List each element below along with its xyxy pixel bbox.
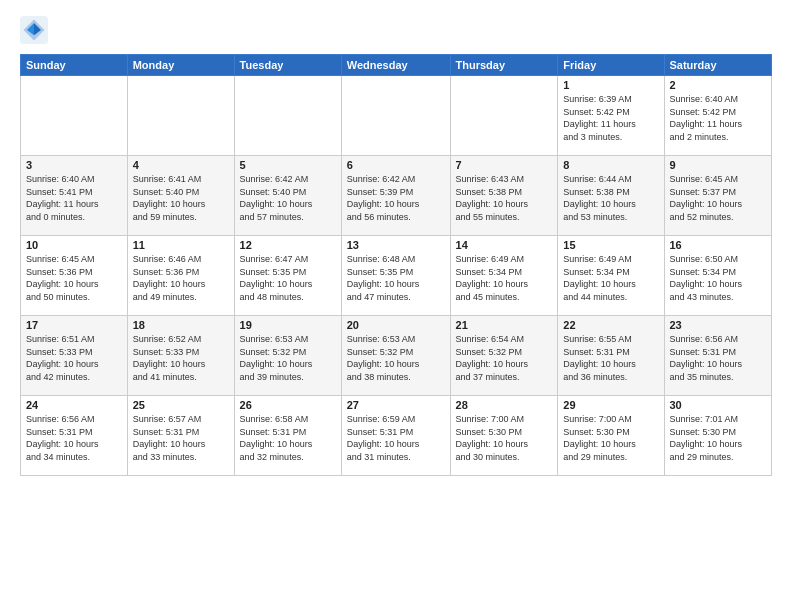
day-number: 29 [563, 399, 658, 411]
day-number: 6 [347, 159, 445, 171]
day-info: Sunrise: 6:45 AM Sunset: 5:37 PM Dayligh… [670, 173, 767, 223]
calendar-cell: 7Sunrise: 6:43 AM Sunset: 5:38 PM Daylig… [450, 156, 558, 236]
calendar-cell [341, 76, 450, 156]
day-number: 27 [347, 399, 445, 411]
calendar-cell: 28Sunrise: 7:00 AM Sunset: 5:30 PM Dayli… [450, 396, 558, 476]
day-info: Sunrise: 6:54 AM Sunset: 5:32 PM Dayligh… [456, 333, 553, 383]
calendar-cell: 12Sunrise: 6:47 AM Sunset: 5:35 PM Dayli… [234, 236, 341, 316]
calendar-cell: 2Sunrise: 6:40 AM Sunset: 5:42 PM Daylig… [664, 76, 772, 156]
day-info: Sunrise: 6:56 AM Sunset: 5:31 PM Dayligh… [670, 333, 767, 383]
calendar-cell: 17Sunrise: 6:51 AM Sunset: 5:33 PM Dayli… [21, 316, 128, 396]
day-number: 2 [670, 79, 767, 91]
calendar-cell: 4Sunrise: 6:41 AM Sunset: 5:40 PM Daylig… [127, 156, 234, 236]
calendar-cell: 27Sunrise: 6:59 AM Sunset: 5:31 PM Dayli… [341, 396, 450, 476]
calendar-cell: 6Sunrise: 6:42 AM Sunset: 5:39 PM Daylig… [341, 156, 450, 236]
logo-icon [20, 16, 48, 44]
calendar-header-thursday: Thursday [450, 55, 558, 76]
day-info: Sunrise: 6:40 AM Sunset: 5:42 PM Dayligh… [670, 93, 767, 143]
day-number: 7 [456, 159, 553, 171]
day-number: 12 [240, 239, 336, 251]
calendar-week-3: 10Sunrise: 6:45 AM Sunset: 5:36 PM Dayli… [21, 236, 772, 316]
day-number: 13 [347, 239, 445, 251]
day-info: Sunrise: 6:55 AM Sunset: 5:31 PM Dayligh… [563, 333, 658, 383]
calendar-cell: 13Sunrise: 6:48 AM Sunset: 5:35 PM Dayli… [341, 236, 450, 316]
calendar-cell: 10Sunrise: 6:45 AM Sunset: 5:36 PM Dayli… [21, 236, 128, 316]
calendar-page: SundayMondayTuesdayWednesdayThursdayFrid… [0, 0, 792, 612]
calendar-header-friday: Friday [558, 55, 664, 76]
day-info: Sunrise: 6:59 AM Sunset: 5:31 PM Dayligh… [347, 413, 445, 463]
calendar-header-tuesday: Tuesday [234, 55, 341, 76]
logo [20, 16, 52, 44]
day-info: Sunrise: 6:51 AM Sunset: 5:33 PM Dayligh… [26, 333, 122, 383]
calendar-cell: 25Sunrise: 6:57 AM Sunset: 5:31 PM Dayli… [127, 396, 234, 476]
day-number: 16 [670, 239, 767, 251]
calendar-cell: 24Sunrise: 6:56 AM Sunset: 5:31 PM Dayli… [21, 396, 128, 476]
day-info: Sunrise: 6:49 AM Sunset: 5:34 PM Dayligh… [456, 253, 553, 303]
day-info: Sunrise: 6:42 AM Sunset: 5:39 PM Dayligh… [347, 173, 445, 223]
day-info: Sunrise: 6:56 AM Sunset: 5:31 PM Dayligh… [26, 413, 122, 463]
calendar-cell: 3Sunrise: 6:40 AM Sunset: 5:41 PM Daylig… [21, 156, 128, 236]
calendar-header-wednesday: Wednesday [341, 55, 450, 76]
calendar-cell: 29Sunrise: 7:00 AM Sunset: 5:30 PM Dayli… [558, 396, 664, 476]
calendar-week-5: 24Sunrise: 6:56 AM Sunset: 5:31 PM Dayli… [21, 396, 772, 476]
day-number: 8 [563, 159, 658, 171]
day-number: 10 [26, 239, 122, 251]
day-number: 5 [240, 159, 336, 171]
calendar-cell: 14Sunrise: 6:49 AM Sunset: 5:34 PM Dayli… [450, 236, 558, 316]
calendar-cell: 5Sunrise: 6:42 AM Sunset: 5:40 PM Daylig… [234, 156, 341, 236]
calendar-cell [234, 76, 341, 156]
day-info: Sunrise: 6:48 AM Sunset: 5:35 PM Dayligh… [347, 253, 445, 303]
calendar-cell: 1Sunrise: 6:39 AM Sunset: 5:42 PM Daylig… [558, 76, 664, 156]
day-number: 28 [456, 399, 553, 411]
calendar-cell [450, 76, 558, 156]
calendar-cell [127, 76, 234, 156]
day-info: Sunrise: 6:49 AM Sunset: 5:34 PM Dayligh… [563, 253, 658, 303]
day-info: Sunrise: 6:40 AM Sunset: 5:41 PM Dayligh… [26, 173, 122, 223]
day-info: Sunrise: 6:50 AM Sunset: 5:34 PM Dayligh… [670, 253, 767, 303]
calendar-cell: 21Sunrise: 6:54 AM Sunset: 5:32 PM Dayli… [450, 316, 558, 396]
header [20, 16, 772, 44]
calendar-cell: 15Sunrise: 6:49 AM Sunset: 5:34 PM Dayli… [558, 236, 664, 316]
day-number: 24 [26, 399, 122, 411]
calendar-week-2: 3Sunrise: 6:40 AM Sunset: 5:41 PM Daylig… [21, 156, 772, 236]
day-number: 20 [347, 319, 445, 331]
calendar-header-monday: Monday [127, 55, 234, 76]
day-info: Sunrise: 7:00 AM Sunset: 5:30 PM Dayligh… [456, 413, 553, 463]
calendar-cell: 22Sunrise: 6:55 AM Sunset: 5:31 PM Dayli… [558, 316, 664, 396]
day-info: Sunrise: 7:00 AM Sunset: 5:30 PM Dayligh… [563, 413, 658, 463]
day-number: 1 [563, 79, 658, 91]
day-info: Sunrise: 6:58 AM Sunset: 5:31 PM Dayligh… [240, 413, 336, 463]
calendar-cell: 20Sunrise: 6:53 AM Sunset: 5:32 PM Dayli… [341, 316, 450, 396]
calendar-cell: 11Sunrise: 6:46 AM Sunset: 5:36 PM Dayli… [127, 236, 234, 316]
day-info: Sunrise: 6:45 AM Sunset: 5:36 PM Dayligh… [26, 253, 122, 303]
day-info: Sunrise: 6:44 AM Sunset: 5:38 PM Dayligh… [563, 173, 658, 223]
day-number: 18 [133, 319, 229, 331]
day-number: 15 [563, 239, 658, 251]
calendar-cell: 30Sunrise: 7:01 AM Sunset: 5:30 PM Dayli… [664, 396, 772, 476]
day-info: Sunrise: 7:01 AM Sunset: 5:30 PM Dayligh… [670, 413, 767, 463]
day-number: 23 [670, 319, 767, 331]
day-number: 4 [133, 159, 229, 171]
day-number: 30 [670, 399, 767, 411]
day-info: Sunrise: 6:53 AM Sunset: 5:32 PM Dayligh… [347, 333, 445, 383]
day-number: 11 [133, 239, 229, 251]
day-info: Sunrise: 6:39 AM Sunset: 5:42 PM Dayligh… [563, 93, 658, 143]
day-number: 9 [670, 159, 767, 171]
day-number: 26 [240, 399, 336, 411]
day-info: Sunrise: 6:52 AM Sunset: 5:33 PM Dayligh… [133, 333, 229, 383]
day-number: 3 [26, 159, 122, 171]
calendar-cell [21, 76, 128, 156]
day-number: 21 [456, 319, 553, 331]
day-info: Sunrise: 6:57 AM Sunset: 5:31 PM Dayligh… [133, 413, 229, 463]
calendar-week-1: 1Sunrise: 6:39 AM Sunset: 5:42 PM Daylig… [21, 76, 772, 156]
day-number: 14 [456, 239, 553, 251]
day-number: 17 [26, 319, 122, 331]
calendar-week-4: 17Sunrise: 6:51 AM Sunset: 5:33 PM Dayli… [21, 316, 772, 396]
calendar-header-sunday: Sunday [21, 55, 128, 76]
day-info: Sunrise: 6:43 AM Sunset: 5:38 PM Dayligh… [456, 173, 553, 223]
day-info: Sunrise: 6:53 AM Sunset: 5:32 PM Dayligh… [240, 333, 336, 383]
calendar-cell: 18Sunrise: 6:52 AM Sunset: 5:33 PM Dayli… [127, 316, 234, 396]
calendar-table: SundayMondayTuesdayWednesdayThursdayFrid… [20, 54, 772, 476]
day-info: Sunrise: 6:42 AM Sunset: 5:40 PM Dayligh… [240, 173, 336, 223]
day-info: Sunrise: 6:47 AM Sunset: 5:35 PM Dayligh… [240, 253, 336, 303]
